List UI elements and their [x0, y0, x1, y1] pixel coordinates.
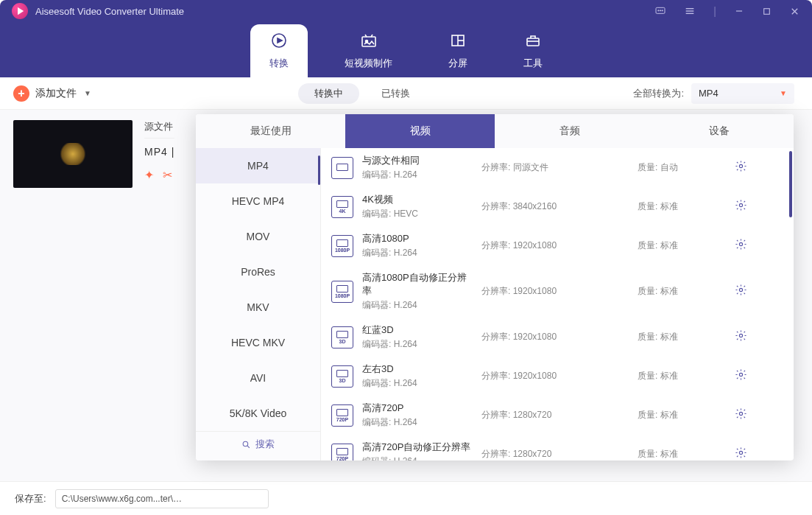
app-title: Aiseesoft Video Converter Ultimate: [35, 6, 184, 17]
preset-encoder: 编码器: H.264: [362, 338, 473, 351]
preset-resolution: 分辨率: 1280x720: [481, 409, 629, 421]
format-item-avi[interactable]: AVI: [196, 360, 320, 396]
preset-item[interactable]: 4K4K视频编码器: HEVC分辨率: 3840x2160质量: 标准: [321, 187, 794, 226]
format-select[interactable]: MP4 ▼: [691, 83, 794, 104]
menu-icon[interactable]: [684, 5, 696, 17]
search-icon: [241, 440, 251, 449]
file-format-pill: MP4 |: [144, 146, 174, 158]
svg-point-25: [739, 242, 742, 245]
preset-icon: 1080P: [331, 235, 353, 257]
preset-encoder: 编码器: H.264: [362, 455, 473, 460]
preset-quality: 质量: 标准: [638, 285, 726, 298]
preset-icon: 4K: [331, 196, 353, 218]
tab-convert[interactable]: 转换: [250, 24, 308, 77]
convert-all-label: 全部转换为:: [633, 87, 684, 100]
preset-quality: 质量: 标准: [638, 370, 726, 382]
format-item-prores[interactable]: ProRes: [196, 254, 320, 290]
gear-icon[interactable]: [735, 446, 747, 460]
preset-icon: 3D: [331, 365, 353, 388]
svg-marker-13: [278, 38, 282, 43]
tab-mv[interactable]: 短视频制作: [325, 24, 412, 77]
toolbox-icon: [524, 32, 542, 54]
preset-quality: 质量: 标准: [638, 448, 726, 460]
tab-toolbox[interactable]: 工具: [504, 24, 562, 77]
preset-resolution: 分辨率: 1920x1080: [481, 370, 629, 382]
popup-tab-recent[interactable]: 最近使用: [196, 114, 345, 148]
close-button[interactable]: [789, 6, 800, 17]
format-list[interactable]: MP4 HEVC MP4 MOV ProRes MKV HEVC MKV AVI…: [196, 148, 321, 460]
gear-icon[interactable]: [735, 199, 747, 214]
preset-name: 高清1080P自动修正分辨率: [362, 271, 473, 298]
content-area: 源文件 MP4 | ✦ ✂ 最近使用 视频 音频 设备 MP4 HEVC MP4…: [0, 110, 812, 481]
preset-item[interactable]: 1080P高清1080P自动修正分辨率编码器: H.264分辨率: 1920x1…: [321, 265, 794, 318]
gear-icon[interactable]: [735, 160, 747, 175]
preset-encoder: 编码器: H.264: [362, 299, 473, 312]
format-item-hevcmkv[interactable]: HEVC MKV: [196, 325, 320, 360]
preset-item[interactable]: 720P高清720P自动修正分辨率编码器: H.264分辨率: 1280x720…: [321, 435, 794, 460]
svg-point-3: [660, 10, 661, 11]
preset-icon: 720P: [331, 404, 353, 427]
gear-icon[interactable]: [735, 284, 747, 299]
popup-tab-device[interactable]: 设备: [644, 114, 794, 148]
toolbar: + 添加文件 ▼ 转换中 已转换 全部转换为: MP4 ▼: [0, 77, 812, 110]
preset-item[interactable]: 3D红蓝3D编码器: H.264分辨率: 1920x1080质量: 标准: [321, 318, 794, 357]
format-item-mov[interactable]: MOV: [196, 219, 320, 254]
svg-rect-14: [362, 37, 375, 46]
format-item-mkv[interactable]: MKV: [196, 290, 320, 325]
preset-resolution: 分辨率: 1280x720: [481, 448, 629, 460]
popup-tab-video[interactable]: 视频: [345, 114, 495, 148]
video-thumbnail[interactable]: [13, 120, 133, 188]
svg-point-2: [658, 10, 659, 11]
format-item-mp4[interactable]: MP4: [196, 148, 320, 183]
minimize-button[interactable]: [734, 6, 744, 16]
preset-icon: 720P: [331, 444, 353, 461]
svg-point-4: [662, 10, 663, 11]
preset-item[interactable]: 720P高清720P编码器: H.264分辨率: 1280x720质量: 标准: [321, 396, 794, 435]
source-file-label: 源文件: [144, 120, 174, 139]
output-path-field[interactable]: C:\Users\www.x6g.com...ter\…: [55, 489, 269, 508]
svg-rect-19: [527, 38, 539, 46]
preset-resolution: 分辨率: 1920x1080: [481, 285, 629, 298]
edit-pin-icon[interactable]: ✦: [144, 168, 154, 182]
preset-item[interactable]: 3D左右3D编码器: H.264分辨率: 1920x1080质量: 标准: [321, 357, 794, 396]
gear-icon[interactable]: [735, 368, 747, 384]
svg-point-28: [739, 373, 742, 376]
convert-icon: [270, 32, 288, 54]
preset-item[interactable]: 1080P高清1080P编码器: H.264分辨率: 1920x1080质量: …: [321, 226, 794, 265]
gear-icon[interactable]: [735, 407, 747, 423]
svg-point-27: [739, 334, 742, 337]
chevron-down-icon: ▼: [84, 89, 91, 97]
preset-name: 与源文件相同: [362, 154, 473, 167]
svg-marker-0: [18, 8, 23, 14]
svg-point-30: [739, 451, 742, 454]
preset-name: 红蓝3D: [362, 323, 473, 337]
preset-quality: 质量: 标准: [638, 239, 726, 252]
add-file-button[interactable]: + 添加文件 ▼: [13, 85, 91, 102]
dropdown-triangle-icon: ▼: [780, 89, 787, 97]
preset-name: 高清720P自动修正分辨率: [362, 441, 473, 454]
format-search[interactable]: 搜索: [196, 431, 320, 457]
gear-icon[interactable]: [735, 329, 747, 345]
popup-tab-audio[interactable]: 音频: [495, 114, 644, 148]
tab-converting[interactable]: 转换中: [298, 83, 359, 104]
main-tabs: 转换 短视频制作 分屏 工具: [0, 22, 812, 77]
preset-list[interactable]: 与源文件相同编码器: H.264分辨率: 同源文件质量: 自动4K4K视频编码器…: [321, 148, 794, 460]
preset-name: 高清720P: [362, 402, 473, 415]
preset-encoder: 编码器: H.264: [362, 247, 473, 259]
svg-point-23: [739, 164, 742, 167]
preset-item[interactable]: 与源文件相同编码器: H.264分辨率: 同源文件质量: 自动: [321, 148, 794, 187]
preset-name: 4K视频: [362, 193, 473, 206]
format-item-hevcmp4[interactable]: HEVC MP4: [196, 183, 320, 219]
tab-collage[interactable]: 分屏: [429, 24, 487, 77]
gear-icon[interactable]: [735, 238, 747, 253]
maximize-button[interactable]: [762, 7, 772, 16]
preset-quality: 质量: 自动: [638, 161, 726, 174]
svg-point-29: [739, 412, 742, 415]
preset-encoder: 编码器: H.264: [362, 169, 473, 181]
feedback-icon[interactable]: [654, 5, 666, 17]
format-item-5k8k[interactable]: 5K/8K Video: [196, 396, 320, 431]
format-popup: 最近使用 视频 音频 设备 MP4 HEVC MP4 MOV ProRes MK…: [196, 114, 794, 460]
tab-converted[interactable]: 已转换: [365, 83, 426, 104]
edit-cut-icon[interactable]: ✂: [163, 168, 172, 182]
preset-resolution: 分辨率: 3840x2160: [481, 200, 629, 213]
